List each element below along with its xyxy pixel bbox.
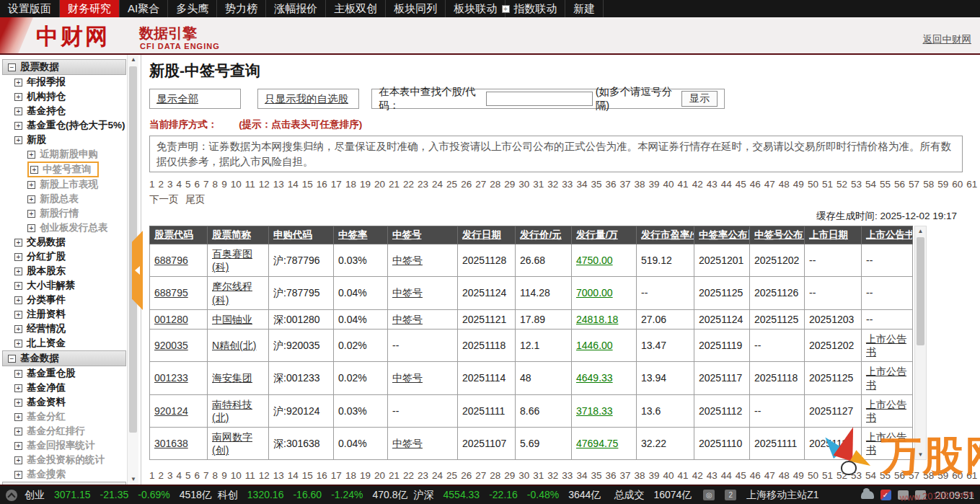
- page-link[interactable]: 31: [533, 470, 544, 481]
- printer-icon[interactable]: [915, 490, 926, 500]
- sidebar-item[interactable]: 基金搜索: [14, 467, 141, 482]
- page-link[interactable]: 28: [490, 179, 500, 190]
- show-all-link[interactable]: 显示全部: [156, 92, 198, 106]
- page-link[interactable]: 1: [149, 470, 155, 481]
- page-link[interactable]: 45: [736, 470, 746, 481]
- tree-toggle-icon[interactable]: [8, 63, 16, 71]
- sidebar-item[interactable]: 基金数据: [2, 350, 126, 366]
- page-link[interactable]: 53: [851, 179, 862, 190]
- page-link[interactable]: 49: [793, 470, 804, 481]
- page-link[interactable]: 18: [345, 179, 356, 190]
- page-link[interactable]: 32: [547, 470, 558, 481]
- page-link[interactable]: 47: [764, 470, 775, 481]
- sidebar-item[interactable]: 基金重仓(持仓大于5%): [14, 118, 141, 133]
- page-link[interactable]: 57: [909, 179, 919, 190]
- cell-issue-volume-link[interactable]: 7000.00: [572, 277, 637, 309]
- page-link[interactable]: 15: [302, 470, 313, 481]
- back-to-site-link[interactable]: 返回中财网: [923, 33, 972, 46]
- page-link[interactable]: 41: [678, 470, 689, 481]
- page-link[interactable]: 45: [736, 179, 746, 190]
- show-watchlist-link[interactable]: 只显示我的自选股: [265, 92, 348, 106]
- page-link[interactable]: 33: [562, 179, 573, 190]
- page-link[interactable]: 58: [923, 179, 934, 190]
- sidebar-item[interactable]: 股票数据: [2, 59, 126, 75]
- menu-item[interactable]: 财务研究: [60, 0, 120, 17]
- sidebar-item[interactable]: 基金回报率统计: [14, 438, 141, 453]
- sidebar-item[interactable]: 新股: [14, 133, 141, 147]
- tree-toggle-icon[interactable]: [27, 151, 35, 159]
- tree-toggle-icon[interactable]: [14, 311, 22, 319]
- cell-issue-volume-link[interactable]: 24818.18: [572, 309, 637, 329]
- sidebar-item[interactable]: 分类事件: [14, 293, 141, 307]
- tree-toggle-icon[interactable]: [14, 296, 22, 304]
- cell-issue-volume-link[interactable]: 4750.00: [572, 244, 637, 277]
- page-link[interactable]: 18: [345, 470, 356, 481]
- tree-toggle-icon[interactable]: [8, 355, 16, 363]
- cell-win-number-link[interactable]: 中签号: [388, 309, 458, 329]
- tree-toggle-icon[interactable]: [27, 195, 35, 203]
- cell-stock-code[interactable]: 001233: [150, 362, 208, 394]
- page-link[interactable]: 2: [159, 470, 164, 481]
- scroll-up-icon[interactable]: [128, 55, 139, 65]
- tree-toggle-icon[interactable]: [14, 253, 22, 261]
- sidebar-item[interactable]: 中签号查询: [27, 162, 99, 177]
- page-link[interactable]: 12: [259, 470, 270, 481]
- column-header[interactable]: 申购代码: [269, 226, 334, 244]
- tree-toggle-icon[interactable]: [14, 122, 22, 130]
- menu-item[interactable]: 板块同列: [386, 0, 446, 17]
- sidebar-item[interactable]: 基金投资标的统计: [14, 453, 141, 467]
- sidebar-item[interactable]: 新股行情: [27, 206, 141, 221]
- page-link[interactable]: 3: [167, 179, 173, 190]
- column-header[interactable]: 发行量/万: [572, 226, 637, 244]
- page-link[interactable]: 21: [389, 179, 399, 190]
- page-link[interactable]: 13: [273, 179, 284, 190]
- cell-stock-code[interactable]: 920124: [150, 394, 208, 427]
- sidebar-item[interactable]: 基金持仓: [14, 104, 141, 118]
- page-link[interactable]: 11: [245, 179, 255, 190]
- page-link[interactable]: 14: [288, 470, 299, 481]
- page-link[interactable]: 38: [635, 470, 645, 481]
- brand-check-icon[interactable]: ✓: [880, 490, 891, 500]
- cell-stock-code[interactable]: 001280: [150, 309, 208, 329]
- page-link[interactable]: 42: [692, 179, 703, 190]
- page-link[interactable]: 20: [374, 179, 385, 190]
- page-link[interactable]: 17: [331, 179, 342, 190]
- column-header[interactable]: 上市日期: [805, 226, 862, 244]
- page-link[interactable]: 61: [966, 179, 977, 190]
- page-link[interactable]: 22: [403, 470, 414, 481]
- sidebar-item[interactable]: 北上资金: [14, 336, 141, 350]
- page-link[interactable]: 37: [619, 179, 630, 190]
- page-link[interactable]: 27: [475, 470, 486, 481]
- server-name[interactable]: 上海移动主站Z1: [746, 489, 818, 502]
- page-link[interactable]: 34: [576, 179, 587, 190]
- page-link[interactable]: 33: [562, 470, 573, 481]
- page-link[interactable]: 16: [317, 470, 327, 481]
- sidebar-item[interactable]: 基金净值: [14, 381, 141, 395]
- page-link[interactable]: 19: [360, 470, 371, 481]
- tree-toggle-icon[interactable]: [14, 413, 22, 421]
- page-link[interactable]: 40: [663, 470, 674, 481]
- page-link[interactable]: 26: [461, 470, 472, 481]
- cell-win-number-link[interactable]: 中签号: [388, 277, 458, 309]
- page-link[interactable]: 22: [403, 179, 414, 190]
- cell-win-number-link[interactable]: 中签号: [388, 362, 458, 394]
- tree-toggle-icon[interactable]: [27, 181, 35, 189]
- page-link[interactable]: 60: [952, 179, 963, 190]
- sidebar-item[interactable]: 创业板发行总表: [27, 221, 141, 235]
- page-link[interactable]: 35: [591, 179, 601, 190]
- sidebar-collapse-handle[interactable]: [132, 231, 143, 310]
- menu-item[interactable]: 新建: [565, 0, 604, 17]
- page-link[interactable]: 10: [231, 470, 242, 481]
- sidebar-item[interactable]: 股本股东: [14, 264, 141, 278]
- sidebar-item[interactable]: 基金分红: [14, 410, 141, 424]
- scroll-down-icon[interactable]: [915, 450, 926, 459]
- tree-toggle-icon[interactable]: [14, 107, 22, 115]
- search-submit-button[interactable]: 显示: [681, 91, 718, 107]
- cell-stock-name[interactable]: 南网数字(创): [208, 428, 269, 460]
- page-link[interactable]: 60: [952, 470, 963, 481]
- tree-toggle-icon[interactable]: [14, 471, 22, 479]
- page-link[interactable]: 44: [721, 179, 732, 190]
- sidebar-item[interactable]: 近期新股申购: [27, 147, 141, 162]
- cell-issue-volume-link[interactable]: 1446.00: [572, 329, 637, 361]
- page-link[interactable]: 4: [177, 179, 182, 190]
